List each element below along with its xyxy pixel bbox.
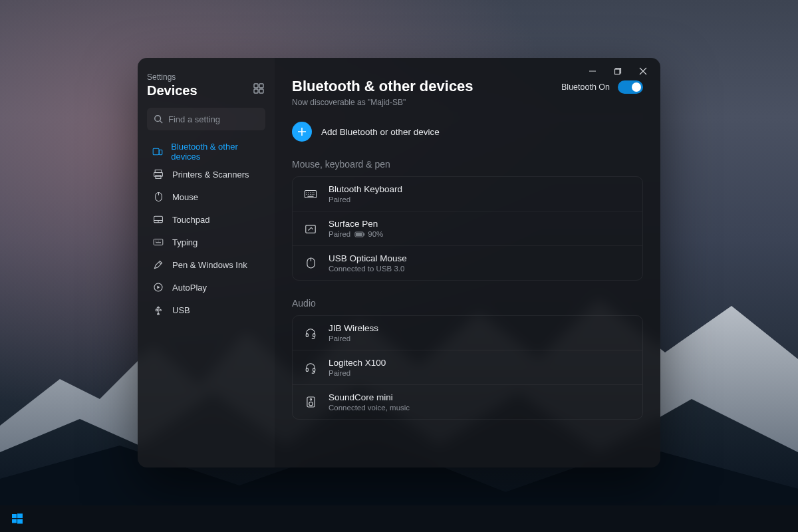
svg-point-30 xyxy=(309,402,313,406)
add-device-label: Add Bluetooth or other device xyxy=(321,127,440,137)
svg-rect-0 xyxy=(254,84,258,88)
svg-rect-6 xyxy=(160,150,162,155)
windows-logo-icon xyxy=(12,513,23,524)
svg-rect-22 xyxy=(356,233,362,236)
svg-rect-12 xyxy=(154,239,163,245)
svg-rect-33 xyxy=(12,519,17,523)
headset-icon xyxy=(303,362,318,374)
nav-pen-windows-ink[interactable]: Pen & Windows Ink xyxy=(147,254,265,275)
sidebar-title: Devices xyxy=(147,83,198,98)
device-status: Paired 90% xyxy=(329,230,383,238)
svg-rect-1 xyxy=(259,84,263,88)
close-button[interactable] xyxy=(631,62,655,80)
device-row-speaker[interactable]: SoundCore mini Connected voice, music xyxy=(293,384,642,419)
nav-label: Pen & Windows Ink xyxy=(172,260,247,270)
nav-mouse[interactable]: Mouse xyxy=(147,186,265,207)
nav-label: AutoPlay xyxy=(172,283,207,293)
discoverable-status: Now discoverable as "Majid-SB" xyxy=(292,98,473,107)
app-grid-icon[interactable] xyxy=(252,82,265,95)
svg-rect-21 xyxy=(364,233,364,235)
nav-printers-scanners[interactable]: Printers & Scanners xyxy=(147,164,265,185)
svg-rect-34 xyxy=(17,519,23,524)
device-name: SoundCore mini xyxy=(329,392,410,403)
device-status: Paired xyxy=(329,334,378,342)
svg-rect-9 xyxy=(156,176,161,179)
headset-icon xyxy=(303,327,318,339)
touchpad-icon xyxy=(152,215,164,224)
maximize-button[interactable] xyxy=(606,62,630,80)
svg-point-4 xyxy=(155,116,161,122)
nav-autoplay[interactable]: AutoPlay xyxy=(147,277,265,298)
autoplay-icon xyxy=(152,282,164,293)
battery-icon: 90% xyxy=(354,230,383,238)
pen-tablet-icon xyxy=(303,223,318,235)
search-icon xyxy=(154,114,163,124)
pen-icon xyxy=(152,259,164,270)
device-row-headset-logitech[interactable]: Logitech X100 Paired xyxy=(293,350,642,384)
nav-label: Typing xyxy=(172,237,198,247)
taskbar[interactable] xyxy=(0,505,798,532)
settings-main: Bluetooth & other devices Now discoverab… xyxy=(275,58,660,467)
device-name: Surface Pen xyxy=(329,219,383,229)
device-row-headset-jib[interactable]: JIB Wireless Paired xyxy=(293,316,642,350)
section-label-audio: Audio xyxy=(292,298,643,309)
mouse-icon xyxy=(303,257,318,269)
mouse-icon xyxy=(152,192,164,202)
nav-bluetooth-other-devices[interactable]: Bluetooth & other devices xyxy=(147,141,265,162)
device-status: Paired xyxy=(329,369,386,377)
svg-rect-24 xyxy=(306,333,308,336)
device-row-mouse[interactable]: USB Optical Mouse Connected to USB 3.0 xyxy=(293,245,642,280)
settings-nav: Bluetooth & other devices Printers & Sca… xyxy=(147,141,265,321)
nav-label: Bluetooth & other devices xyxy=(171,142,260,162)
keyboard-icon xyxy=(152,238,164,246)
section-label-mouse-keyboard-pen: Mouse, keyboard & pen xyxy=(292,159,643,170)
keyboard-icon xyxy=(303,190,318,199)
bluetooth-toggle-label: Bluetooth On xyxy=(561,82,610,92)
svg-rect-7 xyxy=(155,170,162,173)
nav-label: Touchpad xyxy=(172,215,209,225)
devices-list-audio: JIB Wireless Paired Logitech X100 Paired xyxy=(292,315,643,420)
nav-touchpad[interactable]: Touchpad xyxy=(147,209,265,230)
nav-label: Mouse xyxy=(172,192,198,202)
device-status: Connected voice, music xyxy=(329,404,410,412)
svg-rect-2 xyxy=(254,89,258,93)
device-name: USB Optical Mouse xyxy=(329,253,407,264)
plus-icon xyxy=(292,122,312,142)
device-name: Blutooth Keyboard xyxy=(329,184,402,195)
device-row-pen[interactable]: Surface Pen Paired 90% xyxy=(293,211,642,245)
settings-sidebar: Settings Devices xyxy=(138,58,275,467)
breadcrumb: Settings xyxy=(147,72,198,82)
nav-typing[interactable]: Typing xyxy=(147,231,265,253)
nav-label: USB xyxy=(172,305,190,315)
device-status: Connected to USB 3.0 xyxy=(329,265,407,273)
device-status: Paired xyxy=(329,196,402,203)
svg-rect-25 xyxy=(313,333,315,336)
svg-point-29 xyxy=(310,399,311,400)
svg-rect-32 xyxy=(17,513,23,518)
search-input[interactable] xyxy=(168,114,280,124)
svg-rect-15 xyxy=(156,309,157,311)
svg-rect-26 xyxy=(306,368,308,371)
bluetooth-toggle[interactable] xyxy=(618,80,643,94)
speaker-icon xyxy=(303,396,318,408)
add-device-button[interactable]: Add Bluetooth or other device xyxy=(292,122,440,142)
minimize-button[interactable] xyxy=(581,62,604,80)
svg-rect-27 xyxy=(313,368,315,371)
device-name: JIB Wireless xyxy=(329,323,378,334)
svg-rect-17 xyxy=(615,69,620,74)
usb-icon xyxy=(152,305,164,315)
device-row-keyboard[interactable]: Blutooth Keyboard Paired xyxy=(293,177,642,211)
start-button[interactable] xyxy=(8,509,27,528)
nav-usb[interactable]: USB xyxy=(147,299,265,321)
page-title: Bluetooth & other devices xyxy=(292,78,473,95)
svg-rect-5 xyxy=(153,148,159,155)
devices-list-mouse-keyboard-pen: Blutooth Keyboard Paired Surface Pen Pai… xyxy=(292,176,643,281)
svg-point-16 xyxy=(160,309,161,311)
settings-window: Settings Devices xyxy=(138,58,660,467)
window-controls xyxy=(581,62,655,80)
nav-label: Printers & Scanners xyxy=(172,170,249,180)
devices-icon xyxy=(152,146,163,157)
svg-rect-31 xyxy=(12,514,17,518)
search-field[interactable] xyxy=(147,108,265,130)
device-name: Logitech X100 xyxy=(329,358,386,368)
